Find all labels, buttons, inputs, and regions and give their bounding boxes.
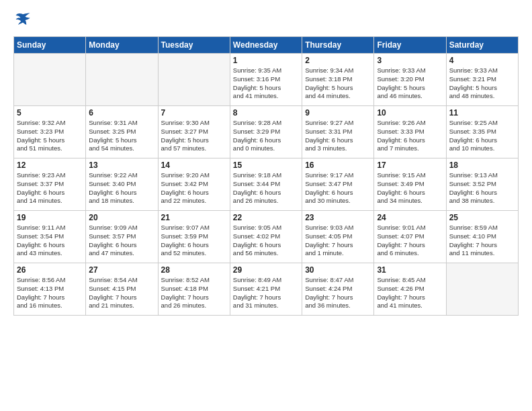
calendar-cell: 24Sunrise: 9:01 AM Sunset: 4:07 PM Dayli… (374, 211, 446, 263)
day-number: 22 (233, 213, 299, 222)
day-number: 7 (161, 108, 227, 118)
calendar-cell: 12Sunrise: 9:23 AM Sunset: 3:37 PM Dayli… (14, 158, 86, 211)
day-number: 25 (449, 213, 515, 222)
weekday-header-friday: Friday (374, 37, 446, 54)
day-info: Sunrise: 9:03 AM Sunset: 4:05 PM Dayligh… (305, 224, 371, 258)
calendar-week-4: 19Sunrise: 9:11 AM Sunset: 3:54 PM Dayli… (14, 211, 519, 263)
calendar-cell: 30Sunrise: 8:47 AM Sunset: 4:24 PM Dayli… (302, 263, 374, 316)
calendar-cell: 7Sunrise: 9:30 AM Sunset: 3:27 PM Daylig… (158, 106, 230, 158)
calendar-cell: 25Sunrise: 8:59 AM Sunset: 4:10 PM Dayli… (446, 211, 518, 263)
weekday-header-sunday: Sunday (14, 37, 86, 54)
day-info: Sunrise: 9:22 AM Sunset: 3:40 PM Dayligh… (89, 171, 154, 205)
day-number: 6 (89, 108, 154, 118)
calendar-cell: 5Sunrise: 9:32 AM Sunset: 3:23 PM Daylig… (14, 106, 86, 158)
calendar-cell (158, 54, 230, 106)
day-info: Sunrise: 8:49 AM Sunset: 4:21 PM Dayligh… (233, 276, 299, 310)
day-number: 9 (305, 108, 371, 118)
calendar-cell: 3Sunrise: 9:33 AM Sunset: 3:20 PM Daylig… (374, 54, 446, 106)
calendar-cell: 15Sunrise: 9:18 AM Sunset: 3:44 PM Dayli… (230, 158, 302, 211)
calendar-cell (446, 263, 518, 316)
calendar-cell: 13Sunrise: 9:22 AM Sunset: 3:40 PM Dayli… (86, 158, 158, 211)
day-info: Sunrise: 9:13 AM Sunset: 3:52 PM Dayligh… (449, 171, 515, 205)
calendar-cell: 6Sunrise: 9:31 AM Sunset: 3:25 PM Daylig… (86, 106, 158, 158)
calendar-cell: 16Sunrise: 9:17 AM Sunset: 3:47 PM Dayli… (302, 158, 374, 211)
weekday-header-row: SundayMondayTuesdayWednesdayThursdayFrid… (14, 37, 519, 54)
day-number: 28 (161, 265, 227, 275)
weekday-header-wednesday: Wednesday (230, 37, 302, 54)
day-info: Sunrise: 8:45 AM Sunset: 4:26 PM Dayligh… (377, 276, 443, 310)
day-number: 27 (89, 265, 154, 275)
day-number: 24 (377, 213, 443, 222)
calendar-cell: 31Sunrise: 8:45 AM Sunset: 4:26 PM Dayli… (374, 263, 446, 316)
day-info: Sunrise: 8:59 AM Sunset: 4:10 PM Dayligh… (449, 224, 515, 258)
day-number: 2 (305, 56, 371, 65)
day-info: Sunrise: 9:18 AM Sunset: 3:44 PM Dayligh… (233, 171, 299, 205)
calendar-cell: 27Sunrise: 8:54 AM Sunset: 4:15 PM Dayli… (86, 263, 158, 316)
calendar-cell: 8Sunrise: 9:28 AM Sunset: 3:29 PM Daylig… (230, 106, 302, 158)
calendar-cell: 14Sunrise: 9:20 AM Sunset: 3:42 PM Dayli… (158, 158, 230, 211)
calendar-cell: 10Sunrise: 9:26 AM Sunset: 3:33 PM Dayli… (374, 106, 446, 158)
main-container: SundayMondayTuesdayWednesdayThursdayFrid… (0, 0, 532, 411)
day-number: 23 (305, 213, 371, 222)
day-number: 11 (449, 108, 515, 118)
day-number: 21 (161, 213, 227, 222)
day-info: Sunrise: 8:54 AM Sunset: 4:15 PM Dayligh… (89, 276, 154, 310)
logo-bird-icon (13, 11, 32, 30)
calendar-cell: 21Sunrise: 9:07 AM Sunset: 3:59 PM Dayli… (158, 211, 230, 263)
calendar-week-5: 26Sunrise: 8:56 AM Sunset: 4:13 PM Dayli… (14, 263, 519, 316)
day-number: 15 (233, 161, 299, 170)
day-info: Sunrise: 9:07 AM Sunset: 3:59 PM Dayligh… (161, 224, 227, 258)
day-number: 4 (449, 56, 515, 65)
day-info: Sunrise: 9:27 AM Sunset: 3:31 PM Dayligh… (305, 119, 371, 153)
calendar-cell: 18Sunrise: 9:13 AM Sunset: 3:52 PM Dayli… (446, 158, 518, 211)
day-number: 5 (17, 108, 83, 118)
calendar-cell: 2Sunrise: 9:34 AM Sunset: 3:18 PM Daylig… (302, 54, 374, 106)
calendar-cell (86, 54, 158, 106)
day-number: 13 (89, 161, 154, 170)
calendar-cell: 20Sunrise: 9:09 AM Sunset: 3:57 PM Dayli… (86, 211, 158, 263)
weekday-header-thursday: Thursday (302, 37, 374, 54)
calendar-cell: 19Sunrise: 9:11 AM Sunset: 3:54 PM Dayli… (14, 211, 86, 263)
day-number: 26 (17, 265, 83, 275)
calendar-cell: 11Sunrise: 9:25 AM Sunset: 3:35 PM Dayli… (446, 106, 518, 158)
weekday-header-monday: Monday (86, 37, 158, 54)
day-number: 30 (305, 265, 371, 275)
calendar-week-3: 12Sunrise: 9:23 AM Sunset: 3:37 PM Dayli… (14, 158, 519, 211)
calendar-cell: 9Sunrise: 9:27 AM Sunset: 3:31 PM Daylig… (302, 106, 374, 158)
calendar-cell: 1Sunrise: 9:35 AM Sunset: 3:16 PM Daylig… (230, 54, 302, 106)
day-info: Sunrise: 9:09 AM Sunset: 3:57 PM Dayligh… (89, 224, 154, 258)
day-info: Sunrise: 9:01 AM Sunset: 4:07 PM Dayligh… (377, 224, 443, 258)
header (13, 11, 519, 30)
day-info: Sunrise: 9:25 AM Sunset: 3:35 PM Dayligh… (449, 119, 515, 153)
day-info: Sunrise: 8:56 AM Sunset: 4:13 PM Dayligh… (17, 276, 83, 310)
day-number: 10 (377, 108, 443, 118)
day-number: 8 (233, 108, 299, 118)
calendar-cell: 22Sunrise: 9:05 AM Sunset: 4:02 PM Dayli… (230, 211, 302, 263)
day-info: Sunrise: 9:20 AM Sunset: 3:42 PM Dayligh… (161, 171, 227, 205)
day-number: 18 (449, 161, 515, 170)
day-info: Sunrise: 8:47 AM Sunset: 4:24 PM Dayligh… (305, 276, 371, 310)
calendar-cell: 28Sunrise: 8:52 AM Sunset: 4:18 PM Dayli… (158, 263, 230, 316)
calendar-cell: 29Sunrise: 8:49 AM Sunset: 4:21 PM Dayli… (230, 263, 302, 316)
day-info: Sunrise: 9:33 AM Sunset: 3:21 PM Dayligh… (449, 66, 515, 101)
day-number: 16 (305, 161, 371, 170)
day-number: 12 (17, 161, 83, 170)
day-number: 29 (233, 265, 299, 275)
day-number: 19 (17, 213, 83, 222)
weekday-header-saturday: Saturday (446, 37, 518, 54)
calendar-cell: 26Sunrise: 8:56 AM Sunset: 4:13 PM Dayli… (14, 263, 86, 316)
calendar-cell: 17Sunrise: 9:15 AM Sunset: 3:49 PM Dayli… (374, 158, 446, 211)
logo (13, 11, 34, 30)
day-number: 14 (161, 161, 227, 170)
day-info: Sunrise: 8:52 AM Sunset: 4:18 PM Dayligh… (161, 276, 227, 310)
day-info: Sunrise: 9:23 AM Sunset: 3:37 PM Dayligh… (17, 171, 83, 205)
day-info: Sunrise: 9:26 AM Sunset: 3:33 PM Dayligh… (377, 119, 443, 153)
day-number: 20 (89, 213, 154, 222)
day-info: Sunrise: 9:33 AM Sunset: 3:20 PM Dayligh… (377, 66, 443, 101)
day-info: Sunrise: 9:34 AM Sunset: 3:18 PM Dayligh… (305, 66, 371, 101)
calendar-week-1: 1Sunrise: 9:35 AM Sunset: 3:16 PM Daylig… (14, 54, 519, 106)
day-info: Sunrise: 9:31 AM Sunset: 3:25 PM Dayligh… (89, 119, 154, 153)
weekday-header-tuesday: Tuesday (158, 37, 230, 54)
day-info: Sunrise: 9:17 AM Sunset: 3:47 PM Dayligh… (305, 171, 371, 205)
day-info: Sunrise: 9:05 AM Sunset: 4:02 PM Dayligh… (233, 224, 299, 258)
